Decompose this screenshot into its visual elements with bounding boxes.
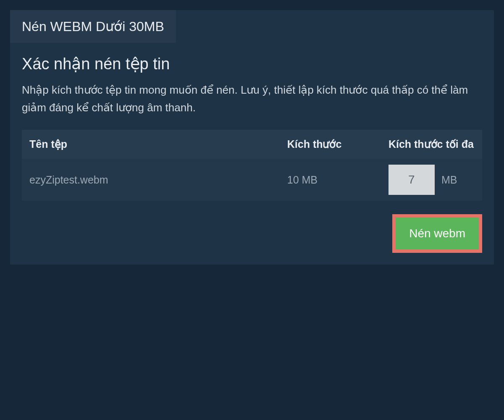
compress-button[interactable]: Nén webm: [396, 218, 479, 249]
header-size: Kích thước: [280, 130, 381, 159]
cell-size: 10 MB: [280, 159, 381, 201]
cell-max-size: MB: [381, 159, 482, 201]
header-filename: Tên tệp: [22, 130, 280, 159]
compress-button-highlight: Nén webm: [392, 214, 482, 253]
table-header-row: Tên tệp Kích thước Kích thước tối đa: [22, 130, 482, 159]
tab-label: Nén WEBM Dưới 30MB: [22, 19, 164, 34]
header-max-size: Kích thước tối đa: [381, 130, 482, 159]
compression-card: Nén WEBM Dưới 30MB Xác nhận nén tệp tin …: [10, 10, 494, 265]
size-input-container: MB: [388, 165, 475, 195]
max-size-input[interactable]: [388, 165, 435, 195]
table-row: ezyZiptest.webm 10 MB MB: [22, 159, 482, 201]
page-description: Nhập kích thước tệp tin mong muốn để nén…: [22, 81, 482, 116]
size-unit-label: MB: [441, 174, 457, 186]
button-container: Nén webm: [22, 214, 482, 253]
page-heading: Xác nhận nén tệp tin: [22, 55, 482, 73]
cell-filename: ezyZiptest.webm: [22, 159, 280, 201]
tab-compress-webm[interactable]: Nén WEBM Dưới 30MB: [10, 10, 176, 43]
card-content: Xác nhận nén tệp tin Nhập kích thước tệp…: [10, 43, 494, 265]
file-table: Tên tệp Kích thước Kích thước tối đa ezy…: [22, 130, 482, 201]
tab-container: Nén WEBM Dưới 30MB: [10, 10, 494, 43]
